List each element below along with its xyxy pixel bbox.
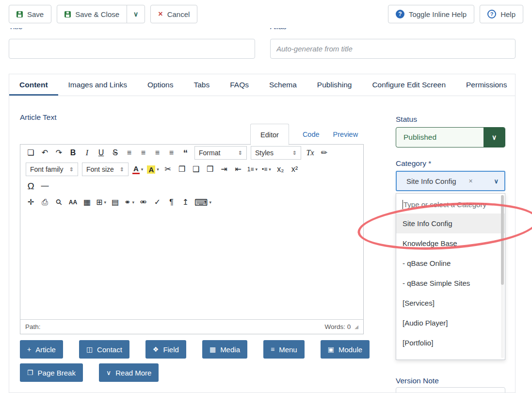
insert-article-label: Article <box>35 345 56 354</box>
clear-formatting-button[interactable]: Tx <box>303 146 317 160</box>
read-more-label: Read More <box>115 369 151 377</box>
page-break-button[interactable]: ❐Page Break <box>20 363 83 382</box>
horizontal-rule-button[interactable]: — <box>38 179 52 193</box>
insert-module-button[interactable]: ▣Module <box>321 340 370 359</box>
status-select[interactable]: Published ∨ <box>396 127 505 147</box>
print-button[interactable]: ⎙ <box>38 196 52 209</box>
template-button[interactable]: ▤ <box>108 196 122 209</box>
category-search-input[interactable] <box>403 200 491 209</box>
align-justify-button[interactable]: ≡ <box>164 146 178 160</box>
toggle-inline-help-button[interactable]: ? Toggle Inline Help <box>388 5 474 23</box>
spellcheck-button[interactable]: ✓ <box>150 196 164 209</box>
media-image-icon: ▦ <box>210 346 216 353</box>
special-character-button[interactable]: Ω <box>24 179 38 193</box>
editor-content-area[interactable] <box>20 211 363 319</box>
version-note-input[interactable] <box>396 387 505 393</box>
strikethrough-button[interactable]: S <box>108 146 122 160</box>
copy-icon: ❐ <box>178 165 185 173</box>
category-option-portfolio[interactable]: [Portfolio] <box>396 333 505 353</box>
upload-button[interactable]: ↥ <box>178 196 193 209</box>
case-change-button[interactable]: AA <box>66 196 80 209</box>
category-option-audio-player[interactable]: [Audio Player] <box>396 313 505 333</box>
bullet-list-button[interactable]: •≡▾ <box>259 163 274 176</box>
toggle-keyboard-button[interactable]: ⌨▾ <box>193 196 213 209</box>
undo-button[interactable]: ↶ <box>38 146 52 160</box>
remove-selection-icon[interactable]: × <box>469 177 473 185</box>
paste-as-text-button[interactable]: ❒ <box>203 163 217 176</box>
align-right-button[interactable]: ≡ <box>150 146 164 160</box>
font-family-select[interactable]: Font family ⇕ <box>26 163 78 176</box>
category-select[interactable]: Site Info Config × ∨ <box>396 171 505 191</box>
preview-view-link[interactable]: Preview <box>333 124 358 145</box>
alias-input[interactable] <box>270 39 516 59</box>
paste-button[interactable]: ❑ <box>189 163 203 176</box>
category-option-services[interactable]: [Services] <box>396 293 505 313</box>
tab-configure-edit-screen[interactable]: Configure Edit Screen <box>362 74 456 96</box>
chevron-down-icon[interactable]: ∨ <box>494 178 499 185</box>
copy-button[interactable]: ❐ <box>175 163 189 176</box>
indent-button[interactable]: ⇥ <box>217 163 231 176</box>
blockquote-button[interactable]: “ <box>178 146 193 160</box>
superscript-button[interactable]: x² <box>288 163 302 176</box>
insert-link-button[interactable]: ⚭▾ <box>122 196 136 209</box>
save-options-dropdown-button[interactable]: ∨ <box>127 5 145 23</box>
dropdown-scrollbar-thumb[interactable] <box>501 195 504 285</box>
bold-button[interactable]: B <box>66 146 80 160</box>
underline-button[interactable]: U <box>94 146 108 160</box>
new-document-button[interactable]: ❏ <box>24 146 38 160</box>
tab-options[interactable]: Options <box>137 74 183 96</box>
insert-media-button[interactable]: ▦Media <box>202 340 247 359</box>
font-size-select[interactable]: Font size ⇕ <box>82 163 129 176</box>
title-input[interactable] <box>9 39 255 59</box>
category-option-knowledge-base[interactable]: Knowledge Base <box>396 233 505 253</box>
tab-faqs[interactable]: FAQs <box>220 74 259 96</box>
tab-tabs[interactable]: Tabs <box>183 74 220 96</box>
italic-button[interactable]: I <box>80 146 94 160</box>
subscript-button[interactable]: x₂ <box>274 163 288 176</box>
template-icon: ▤ <box>112 198 119 206</box>
code-view-link[interactable]: Code <box>303 124 320 145</box>
insert-contact-button[interactable]: ◫Contact <box>79 340 129 359</box>
cancel-button[interactable]: × Cancel <box>150 5 197 23</box>
outdent-button[interactable]: ⇤ <box>231 163 245 176</box>
tab-content[interactable]: Content <box>9 74 58 96</box>
align-left-button[interactable]: ≡ <box>122 146 136 160</box>
read-more-button[interactable]: ∨Read More <box>99 363 159 382</box>
editor-view-tab[interactable]: Editor <box>250 124 289 145</box>
category-option-site-info-config[interactable]: Site Info Config <box>396 213 505 233</box>
align-center-button[interactable]: ≡ <box>136 146 150 160</box>
save-and-close-button[interactable]: Save & Close <box>57 5 127 23</box>
insert-contact-label: Contact <box>97 345 122 354</box>
insert-field-button[interactable]: ❖Field <box>145 340 186 359</box>
help-button[interactable]: ? Help <box>480 5 523 23</box>
tab-images-and-links[interactable]: Images and Links <box>58 74 138 96</box>
save-button[interactable]: Save <box>9 5 51 23</box>
dropdown-scrollbar-track[interactable] <box>501 195 504 358</box>
tab-permissions[interactable]: Permissions <box>456 74 516 96</box>
numbered-list-button[interactable]: 1≡▾ <box>245 163 259 176</box>
category-label: Category * <box>396 159 431 168</box>
styles-select[interactable]: Styles ⇕ <box>251 146 301 160</box>
format-select[interactable]: Format ⇕ <box>194 146 247 160</box>
paragraph-marks-button[interactable]: ¶ <box>164 196 178 209</box>
tab-publishing[interactable]: Publishing <box>307 74 362 96</box>
highlight-color-button[interactable]: A▾ <box>145 163 161 176</box>
text-color-button[interactable]: A▾ <box>130 163 145 176</box>
cut-button[interactable]: ✂ <box>161 163 175 176</box>
fullscreen-button[interactable]: ✛ <box>24 196 38 209</box>
resize-grip-icon[interactable]: ◢ <box>355 324 358 329</box>
unlink-button[interactable]: ⚮ <box>136 196 150 209</box>
rich-text-editor: ❏ ↶ ↷ B I U S ≡ ≡ ≡ ≡ “ Format ⇕ Styles … <box>20 144 364 334</box>
table-button[interactable]: ⊞▾ <box>94 196 108 209</box>
insert-image-button[interactable]: ▦ <box>80 196 94 209</box>
format-brush-button[interactable]: ✏ <box>317 146 331 160</box>
category-option-qbase-simple-sites[interactable]: - qBase Simple Sites <box>396 273 505 293</box>
redo-button[interactable]: ↷ <box>52 146 66 160</box>
insert-article-button[interactable]: +Article <box>20 340 63 359</box>
tab-schema[interactable]: Schema <box>259 74 307 96</box>
save-icon <box>64 11 71 17</box>
insert-menu-button[interactable]: ≡Menu <box>263 340 305 359</box>
search-button[interactable]: ⚲ <box>52 196 66 209</box>
category-option-qbase-online[interactable]: - qBase Online <box>396 253 505 273</box>
outdent-icon: ⇤ <box>235 165 242 173</box>
